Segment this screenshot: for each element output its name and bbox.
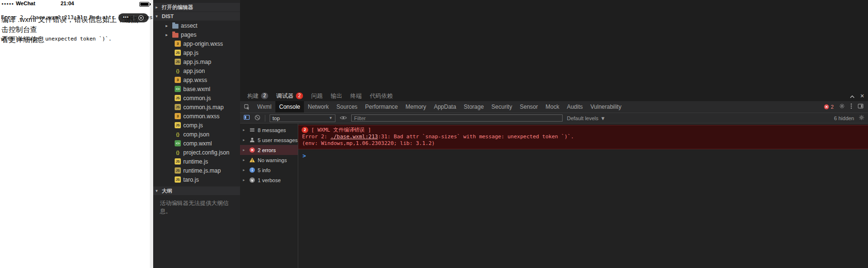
devtools-tab[interactable]: Mock xyxy=(542,101,563,113)
file-item[interactable]: <> comp.wxml xyxy=(153,139,240,148)
dock-side-icon[interactable] xyxy=(858,103,864,111)
panel-tab[interactable]: 问题 xyxy=(311,92,323,100)
console-filter-item[interactable]: ▸ 5 info xyxy=(240,165,298,175)
file-type-icon: JS xyxy=(175,122,181,128)
file-type-icon: JS xyxy=(175,176,181,183)
console-filter-item[interactable]: ▸ 5 user messages xyxy=(240,135,298,145)
file-item[interactable]: {} app.json xyxy=(153,66,240,75)
devtools-tab[interactable]: Wxml xyxy=(253,101,275,113)
devtools-tab-label: Storage xyxy=(464,103,484,110)
console-input-row[interactable]: > xyxy=(298,149,868,159)
folder-name: assect xyxy=(181,22,198,29)
console-filter-item[interactable]: ▸ No warnings xyxy=(240,155,298,165)
warning-icon xyxy=(249,157,255,163)
error-count-indicator[interactable]: 2 xyxy=(824,104,834,110)
file-name: app.js.map xyxy=(183,59,211,65)
exit-button[interactable] xyxy=(138,15,144,21)
file-item[interactable]: JS common.js xyxy=(153,93,240,103)
folder-item[interactable]: ▸ assect xyxy=(153,21,240,30)
signal-dots-icon: ●●●●● xyxy=(1,2,14,5)
simulator-panel: Error 2 ./base.wxml:213:31: Bad attr `sn… xyxy=(0,0,153,268)
more-menu-button[interactable]: ••• xyxy=(123,15,129,21)
inspect-element-button[interactable] xyxy=(240,101,253,113)
chevron-right-icon: ▸ xyxy=(243,158,247,162)
context-selector[interactable]: top ▼ xyxy=(270,114,335,122)
file-item[interactable]: JS runtime.js.map xyxy=(153,166,240,175)
file-item[interactable]: {} project.config.json xyxy=(153,148,240,157)
panel-tab[interactable]: 构建 2 xyxy=(247,92,268,100)
status-time: 21:04 xyxy=(61,0,74,6)
filter-label: 1 verbose xyxy=(258,177,281,183)
file-item[interactable]: 3 app-origin.wxss xyxy=(153,39,240,48)
toolbar-divider xyxy=(265,115,265,122)
devtools-tab[interactable]: Console xyxy=(275,101,304,113)
panel-tab[interactable]: 输出 xyxy=(331,92,342,100)
live-expression-eye-icon[interactable] xyxy=(340,114,347,123)
file-item[interactable]: JS comp.js xyxy=(153,121,240,130)
panel-tab[interactable]: 终端 xyxy=(350,92,362,100)
file-item[interactable]: {} comp.json xyxy=(153,130,240,139)
panel-tab[interactable]: 调试器 2 xyxy=(276,92,303,100)
console-sidebar-toggle[interactable] xyxy=(243,114,250,123)
filter-input[interactable] xyxy=(351,114,563,122)
file-type-icon: {} xyxy=(175,68,181,74)
file-list: 3 app-origin.wxss JS app.js JS app.js.ma… xyxy=(153,39,240,184)
console-filter-item[interactable]: ▸ 2 errors xyxy=(240,145,298,155)
devtools-tab[interactable]: Sources xyxy=(333,101,361,113)
file-item[interactable]: 3 app.wxss xyxy=(153,75,240,84)
console-filter-item[interactable]: ▸ 8 messages xyxy=(240,125,298,135)
section-label: DIST xyxy=(162,13,174,19)
log-levels-dropdown[interactable]: Default levels ▼ xyxy=(567,115,606,121)
chevron-right-icon: ▸ xyxy=(243,148,247,152)
chevron-down-icon: ▾ xyxy=(156,14,160,19)
file-item[interactable]: JS app.js xyxy=(153,48,240,57)
panel-tab-label: 问题 xyxy=(311,92,323,100)
file-item[interactable]: JS common.js.map xyxy=(153,103,240,112)
status-bar: ●●●●● WeChat xyxy=(1,0,35,6)
panel-tab[interactable]: 代码依赖 xyxy=(370,92,393,100)
devtools-tab[interactable]: AppData xyxy=(430,101,460,113)
section-open-editors[interactable]: ▸ 打开的编辑器 xyxy=(153,3,240,11)
file-item[interactable]: 3 common.wxss xyxy=(153,112,240,121)
file-type-icon: 3 xyxy=(175,77,181,83)
devtools-tab-label: Wxml xyxy=(257,103,272,110)
close-panel-button[interactable]: × xyxy=(860,93,864,99)
section-outline[interactable]: ▾ 大纲 xyxy=(153,186,240,195)
devtools-tab[interactable]: Network xyxy=(304,101,333,113)
devtools-actions: 2 xyxy=(824,101,868,113)
settings-gear-icon[interactable] xyxy=(839,103,845,111)
maximize-panel-button[interactable] xyxy=(850,92,855,100)
devtools-tab-label: Mock xyxy=(545,103,559,110)
panel-actions: × xyxy=(850,91,864,101)
console-settings-gear-icon[interactable] xyxy=(858,114,865,123)
console-filter-item[interactable]: ▸ 1 verbose xyxy=(240,175,298,185)
file-item[interactable]: JS app.js.map xyxy=(153,57,240,66)
devtools-tab[interactable]: Memory xyxy=(402,101,430,113)
context-value: top xyxy=(272,115,280,121)
file-name: app.wxss xyxy=(183,77,207,83)
devtools-tab[interactable]: Sensor xyxy=(516,101,542,113)
file-item[interactable]: JS runtime.js xyxy=(153,157,240,166)
devtools-tab-bar: Wxml Console Network Sources Performance… xyxy=(240,101,868,113)
section-dist[interactable]: ▾ DIST xyxy=(153,12,240,21)
capsule-divider xyxy=(134,15,134,21)
devtools-tab[interactable]: Performance xyxy=(361,101,402,113)
messages-list-icon xyxy=(249,127,255,133)
battery-icon xyxy=(139,2,149,7)
devtools-tab[interactable]: Security xyxy=(488,101,516,113)
devtools-tab[interactable]: Audits xyxy=(563,101,586,113)
more-options-icon[interactable] xyxy=(850,103,852,111)
file-type-icon: JS xyxy=(175,50,181,56)
folder-item[interactable]: ▸ pages xyxy=(153,30,240,39)
file-type-icon: <> xyxy=(175,86,181,92)
info-icon xyxy=(249,167,255,173)
console-body: ▸ 8 messages ▸ xyxy=(240,124,868,268)
file-item[interactable]: <> base.wxml xyxy=(153,84,240,93)
devtools-tab[interactable]: Storage xyxy=(460,101,488,113)
clear-console-button[interactable] xyxy=(254,114,261,123)
devtools-tab[interactable]: Vulnerability xyxy=(586,101,625,113)
file-item[interactable]: JS taro.js xyxy=(153,175,240,184)
file-name: common.js xyxy=(183,95,211,102)
source-link[interactable]: ./base.wxml:213 xyxy=(331,134,378,140)
error-env-line: (env: Windows,mp,1.06.2303220; lib: 3.1.… xyxy=(302,140,863,146)
